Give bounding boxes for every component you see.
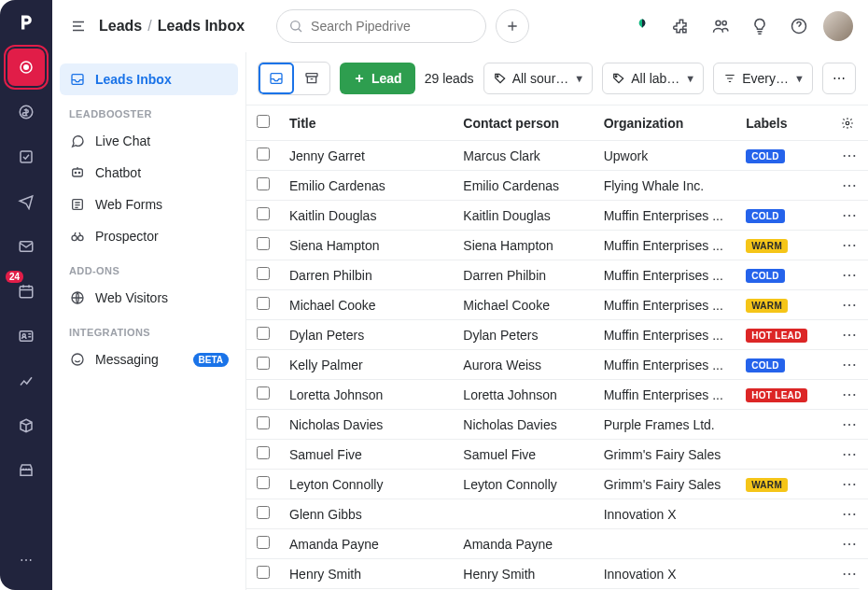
rail-marketplace-icon[interactable] <box>7 452 45 489</box>
table-row[interactable]: Dylan PetersDylan PetersMuffin Enterpris… <box>246 320 868 350</box>
rail-deals-icon[interactable] <box>7 93 45 131</box>
search-input[interactable] <box>311 19 474 34</box>
table-row[interactable]: Samuel FiveSamuel FiveGrimm's Fairy Sale… <box>246 440 868 470</box>
row-more-icon[interactable]: ⋯ <box>842 506 858 522</box>
row-more-icon[interactable]: ⋯ <box>842 297 858 313</box>
row-checkbox[interactable] <box>257 386 270 400</box>
row-more-icon[interactable]: ⋯ <box>842 177 858 193</box>
svg-point-1 <box>24 65 29 70</box>
sidebar-item-web-visitors[interactable]: Web Visitors <box>60 282 238 314</box>
row-more-icon[interactable]: ⋯ <box>842 357 858 372</box>
table-row[interactable]: Jenny GarretMarcus ClarkUpworkCOLD⋯ <box>246 141 868 171</box>
col-header-labels[interactable]: Labels <box>736 105 832 141</box>
cell-label: HOT LEAD <box>736 320 832 350</box>
table-row[interactable]: Kelly PalmerAurora WeissMuffin Enterpris… <box>246 350 868 380</box>
row-more-icon[interactable]: ⋯ <box>842 267 858 283</box>
global-search[interactable] <box>276 9 486 43</box>
row-checkbox[interactable] <box>257 416 270 429</box>
row-checkbox[interactable] <box>257 297 270 310</box>
row-more-icon[interactable]: ⋯ <box>842 207 858 223</box>
col-header-contact[interactable]: Contact person <box>454 105 594 141</box>
row-checkbox[interactable] <box>257 446 270 459</box>
cell-org: Grimm's Fairy Sales <box>595 470 736 499</box>
table-row[interactable]: Michael CookeMichael CookeMuffin Enterpr… <box>246 290 868 320</box>
filter-sources[interactable]: All sour… ▼ <box>483 63 594 94</box>
table-row[interactable]: Loretta JohnsonLoretta JohnsonMuffin Ent… <box>246 380 868 410</box>
table-row[interactable]: Henry SmithHenry SmithInnovation X⋯ <box>246 559 868 589</box>
row-more-icon[interactable]: ⋯ <box>842 446 858 462</box>
filter-owner[interactable]: Every… ▼ <box>713 63 813 94</box>
row-checkbox[interactable] <box>257 536 270 549</box>
row-checkbox[interactable] <box>257 177 270 190</box>
sidebar-item-chatbot[interactable]: Chatbot <box>60 157 238 189</box>
col-header-org[interactable]: Organization <box>595 105 736 141</box>
extensions-icon[interactable] <box>666 11 696 41</box>
leads-table: Title Contact person Organization Labels… <box>246 105 868 590</box>
add-lead-button[interactable]: Lead <box>340 63 415 94</box>
row-checkbox[interactable] <box>257 267 270 280</box>
row-checkbox[interactable] <box>257 476 270 489</box>
rail-campaigns-icon[interactable] <box>7 183 45 220</box>
sidebar-item-messaging[interactable]: Messaging BETA <box>60 344 238 375</box>
rail-activities-icon[interactable] <box>7 138 45 176</box>
view-archive-icon[interactable] <box>294 63 329 94</box>
filter-labels[interactable]: All lab… ▼ <box>602 63 704 94</box>
rail-more-icon[interactable]: ⋯ <box>7 541 45 579</box>
sidebar-item-web-forms[interactable]: Web Forms <box>60 189 238 220</box>
rail-calendar-icon[interactable]: 24 <box>7 273 45 310</box>
row-more-icon[interactable]: ⋯ <box>842 416 858 432</box>
filter-label: All sour… <box>512 71 569 86</box>
sidebar-item-live-chat[interactable]: Live Chat <box>60 125 238 157</box>
col-header-settings[interactable] <box>832 105 868 141</box>
menu-toggle-icon[interactable] <box>67 15 90 37</box>
row-more-icon[interactable]: ⋯ <box>842 386 858 402</box>
table-row[interactable]: Nicholas DaviesNicholas DaviesPurple Fra… <box>246 410 868 440</box>
cell-org: Innovation X <box>595 559 736 589</box>
user-avatar[interactable] <box>823 11 853 41</box>
table-row[interactable]: Glenn GibbsInnovation X⋯ <box>246 499 868 529</box>
row-more-icon[interactable]: ⋯ <box>842 476 858 492</box>
breadcrumb-parent[interactable]: Leads <box>99 18 142 35</box>
add-button[interactable] <box>496 9 529 43</box>
referrals-icon[interactable] <box>706 11 735 41</box>
sidebar-item-leads-inbox[interactable]: Leads Inbox <box>60 63 238 95</box>
svg-point-17 <box>72 235 77 240</box>
toolbar-more-button[interactable]: ⋯ <box>822 63 856 94</box>
row-more-icon[interactable]: ⋯ <box>842 566 858 582</box>
row-more-icon[interactable]: ⋯ <box>842 237 858 253</box>
row-more-icon[interactable]: ⋯ <box>842 148 858 163</box>
row-checkbox[interactable] <box>257 506 270 519</box>
table-row[interactable]: Siena HamptonSiena HamptonMuffin Enterpr… <box>246 231 868 260</box>
cell-contact: Kaitlin Douglas <box>454 201 594 231</box>
sidebar-item-prospector[interactable]: Prospector <box>60 220 238 252</box>
row-more-icon[interactable]: ⋯ <box>842 536 858 552</box>
help-icon[interactable] <box>784 11 814 41</box>
table-row[interactable]: Leyton ConnollyLeyton ConnollyGrimm's Fa… <box>246 470 868 499</box>
view-inbox-icon[interactable] <box>259 63 294 94</box>
row-checkbox[interactable] <box>257 566 270 579</box>
row-more-icon[interactable]: ⋯ <box>842 327 858 343</box>
row-checkbox[interactable] <box>257 148 270 161</box>
rail-products-icon[interactable] <box>7 407 45 444</box>
svg-point-8 <box>291 21 300 29</box>
row-checkbox[interactable] <box>257 237 270 250</box>
quick-help-icon[interactable] <box>627 11 657 41</box>
cell-title: Kelly Palmer <box>280 350 454 380</box>
col-header-title[interactable]: Title <box>280 105 454 141</box>
rail-leads-icon[interactable] <box>7 49 45 86</box>
rail-contacts-icon[interactable] <box>7 317 45 355</box>
table-row[interactable]: Kaitlin DouglasKaitlin DouglasMuffin Ent… <box>246 201 868 231</box>
row-checkbox[interactable] <box>257 207 270 220</box>
tips-icon[interactable] <box>745 11 775 41</box>
row-checkbox[interactable] <box>257 357 270 370</box>
row-checkbox[interactable] <box>257 327 270 340</box>
label-pill: COLD <box>746 149 785 163</box>
table-row[interactable]: Darren PhilbinDarren PhilbinMuffin Enter… <box>246 260 868 290</box>
table-row[interactable]: Emilio CardenasEmilio CardenasFlying Wha… <box>246 171 868 201</box>
rail-mail-icon[interactable] <box>7 228 45 265</box>
leads-count: 29 leads <box>425 71 474 86</box>
rail-insights-icon[interactable] <box>7 362 45 400</box>
select-all-checkbox[interactable] <box>257 115 270 128</box>
table-row[interactable]: Amanda PayneAmanda Payne⋯ <box>246 529 868 559</box>
app-logo[interactable] <box>0 0 52 45</box>
